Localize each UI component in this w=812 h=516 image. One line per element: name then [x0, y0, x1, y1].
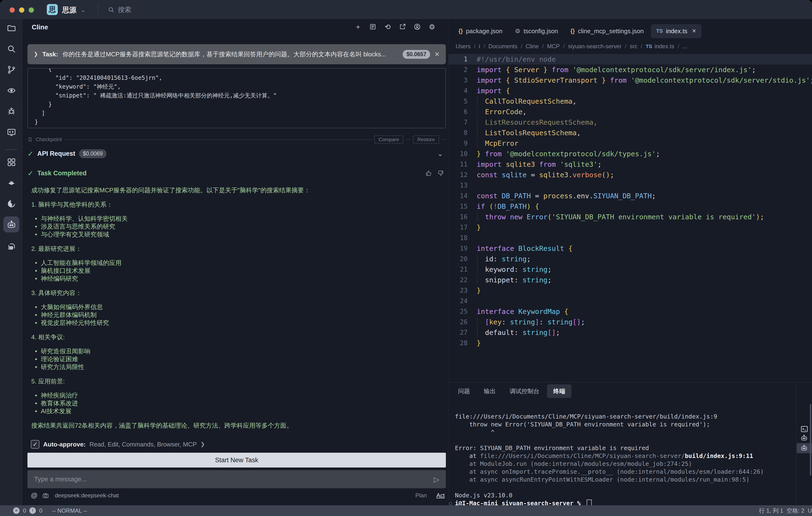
close-window-button[interactable] [9, 7, 15, 13]
checkbox-checked-icon[interactable]: ✓ [31, 440, 39, 449]
gear-icon[interactable]: ⚙ [428, 23, 436, 31]
eye-icon[interactable] [6, 85, 17, 96]
code-line: 19interface BlockResult { [448, 243, 812, 254]
account-icon[interactable] [413, 23, 422, 31]
open-in-editor-icon[interactable] [398, 23, 407, 31]
breadcrumb-item[interactable]: Users [456, 43, 471, 50]
thumbs-down-icon[interactable] [437, 170, 444, 176]
breadcrumb-item[interactable]: ... [683, 43, 687, 50]
indent-guide [477, 97, 477, 106]
breadcrumb-item[interactable]: Documents [488, 43, 517, 50]
task-completed-label: Task Completed [37, 170, 87, 177]
code-line: 23} [448, 285, 812, 296]
mention-icon[interactable]: @ [31, 492, 37, 499]
breadcrumb-item[interactable]: Cline [526, 43, 539, 50]
auto-approve-label: Auto-approve: [43, 441, 86, 448]
encoding[interactable]: UT [808, 508, 812, 514]
maximize-window-button[interactable] [29, 7, 34, 13]
panel-tab-调试控制台[interactable]: 调试控制台 [503, 384, 546, 398]
code-text: } from '@modelcontextprotocol/sdk/types.… [477, 148, 660, 159]
send-icon[interactable]: ▷ [434, 475, 439, 484]
terminal-scrollbar[interactable] [810, 404, 811, 476]
breadcrumb-item[interactable]: siyuan-search-server [568, 43, 621, 50]
close-tab-icon[interactable]: ✕ [692, 28, 696, 34]
debug-icon[interactable] [6, 106, 17, 116]
extensions-icon[interactable] [6, 157, 17, 167]
mcp-servers-icon[interactable] [369, 23, 377, 31]
start-new-task-button[interactable]: Start New Task [27, 453, 446, 467]
swirl-extension-icon[interactable] [6, 198, 17, 209]
result-section-title: 2. 最新研究进展： [31, 245, 444, 253]
panel-tab-终端[interactable]: 终端 [547, 384, 572, 398]
restore-button[interactable]: Restore [413, 135, 439, 143]
task-header[interactable]: ❯ Task: 你的任务是通过MCP服务器搜索思源笔记的数据库，基于搜索结果回答… [27, 44, 446, 64]
robot-session-icon[interactable] [800, 434, 808, 442]
panel-tab-问题[interactable]: 问题 [452, 384, 476, 398]
line-number: 1 [448, 54, 477, 64]
indent-setting[interactable]: 空格: 2 [786, 507, 804, 515]
camera-icon[interactable] [42, 492, 49, 499]
thumbs-up-icon[interactable] [425, 170, 432, 176]
model-selector[interactable]: deepseek:deepseek-chat [55, 492, 119, 499]
bookmark-icon [27, 137, 33, 142]
indent-guide [477, 108, 477, 116]
code-line: 18 [448, 233, 812, 243]
history-icon[interactable]: ⟲ [383, 23, 392, 31]
terminal-session-icon[interactable] [800, 425, 808, 433]
auto-approve-row[interactable]: ✓ Auto-approve: Read, Edit, Commands, Br… [31, 440, 205, 449]
line-number: 19 [448, 243, 477, 254]
tab-package.json[interactable]: {}package.json [453, 24, 508, 38]
search-label: 搜索 [118, 5, 131, 14]
panel-tab-输出[interactable]: 输出 [477, 384, 502, 398]
message-input[interactable]: Type a message... ▷ [27, 470, 446, 488]
search-icon[interactable] [6, 44, 17, 54]
model-row: @ deepseek:deepseek-chat Plan Act [31, 492, 446, 499]
app-icon: 思 [47, 4, 58, 15]
file-robot-icon[interactable] [6, 241, 17, 252]
breadcrumb-separator: / [521, 43, 522, 50]
act-mode-button[interactable]: Act [436, 492, 445, 499]
line-number: 7 [448, 117, 477, 128]
result-bullet-list: •大脑如何编码外界信息•神经元群体编码机制•视觉皮层神经元特性研究 [31, 303, 444, 327]
problems-status[interactable]: ✕ 0 ! 0 [13, 508, 42, 514]
cline-robot-icon[interactable] [6, 219, 17, 230]
breadcrumb-item[interactable]: src [630, 43, 638, 50]
result-bullet-list: •神经疾病治疗•教育体系改进•AI技术发展 [31, 391, 444, 415]
tab-cline_mcp_settings.json[interactable]: {}cline_mcp_settings.json [565, 24, 649, 38]
chevron-down-icon[interactable]: ⌄ [437, 150, 443, 158]
breadcrumb-item[interactable]: TSindex.ts [646, 43, 674, 50]
breadcrumb-item[interactable]: i [479, 43, 480, 50]
compare-button[interactable]: Compare [374, 135, 403, 143]
line-number: 11 [448, 159, 477, 170]
code-line: 24 [448, 296, 812, 306]
close-icon[interactable]: ✕ [434, 51, 440, 58]
robot-session-icon-active[interactable] [800, 444, 808, 452]
line-number: 17 [448, 222, 477, 233]
explorer-icon[interactable] [6, 23, 17, 33]
code-line: 4import { [448, 85, 812, 96]
breadcrumb-separator: / [625, 43, 627, 50]
tab-index.ts[interactable]: TSindex.ts✕ [651, 24, 701, 38]
new-task-icon[interactable]: ＋ [354, 23, 362, 31]
breadcrumb-item[interactable]: MCP [547, 43, 560, 50]
global-search[interactable]: 搜索 [108, 5, 131, 14]
minimize-window-button[interactable] [19, 7, 24, 13]
indent-guide [477, 139, 477, 147]
tab-tsconfig.json[interactable]: ⚙tsconfig.json [510, 24, 563, 38]
extension-stack-icon[interactable] [6, 178, 17, 188]
result-block: 成功修复了思源笔记搜索MCP服务器的问题并验证了搜索功能。以下是关于"脑科学"的… [31, 186, 444, 430]
api-cost-badge: $0.0069 [79, 149, 107, 158]
plan-mode-button[interactable]: Plan [415, 492, 427, 499]
source-control-icon[interactable] [6, 64, 17, 75]
line-number: 6 [448, 107, 477, 117]
remote-terminal-icon[interactable] [6, 127, 17, 137]
result-bullet: •与心理学有交叉研究领域 [31, 230, 444, 238]
api-request-row[interactable]: ✓ API Request $0.0069 ⌄ [27, 147, 446, 160]
line-number: 3 [448, 75, 477, 85]
code-line: 3import { StdioServerTransport } from '@… [448, 75, 812, 85]
code-line: 8 ListToolsRequestSchema, [448, 128, 812, 138]
app-menu[interactable]: 思源 [62, 5, 77, 15]
code-line: 28} [448, 338, 812, 348]
code-block-line: } [35, 118, 445, 127]
cursor-position[interactable]: 行 1, 列 1 [759, 507, 783, 515]
